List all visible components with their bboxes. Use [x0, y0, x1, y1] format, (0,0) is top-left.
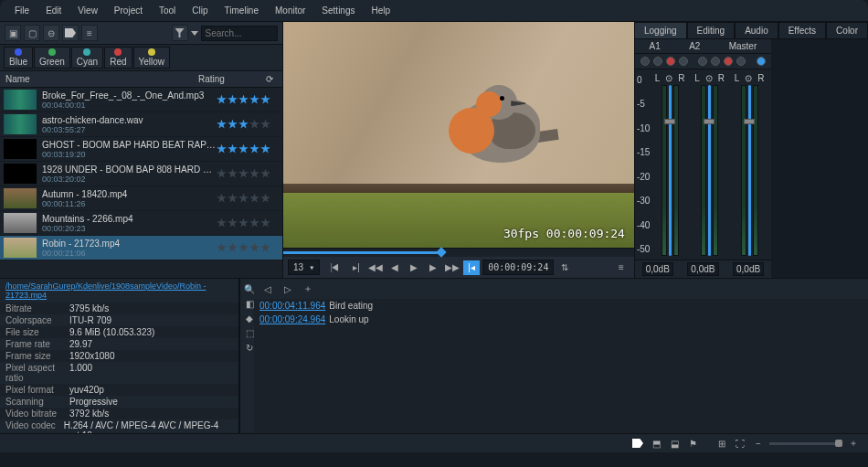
color-tag-green[interactable]: Green — [34, 47, 70, 69]
header-rating[interactable]: Rating — [198, 74, 262, 84]
sb-overwrite-icon[interactable]: ⬓ — [667, 437, 682, 450]
color-tag-blue[interactable]: Blue — [4, 47, 33, 69]
star-icon[interactable] — [217, 218, 227, 228]
transport-timecode[interactable]: 00:00:09:24 — [482, 260, 554, 275]
rewind-button[interactable]: ◀◀ — [367, 260, 384, 275]
color-tag-red[interactable]: Red — [104, 47, 132, 69]
play-button[interactable]: ▶ — [406, 260, 422, 275]
star-icon[interactable] — [238, 169, 249, 179]
mute-knob[interactable] — [640, 57, 650, 66]
star-icon[interactable] — [228, 169, 238, 179]
fader-a1[interactable] — [669, 85, 672, 256]
solo-knob[interactable] — [711, 57, 720, 66]
star-icon[interactable] — [249, 144, 259, 154]
prev-frame-button[interactable]: ◀ — [386, 260, 403, 275]
db-value[interactable]: 0,0dB — [687, 262, 718, 276]
tab-audio[interactable]: Audio — [735, 22, 778, 39]
star-icon[interactable] — [260, 218, 270, 228]
note-line[interactable]: 00:00:04:11.964Bird eating — [254, 299, 868, 313]
note-timecode[interactable]: 00:00:04:11.964 — [259, 301, 325, 311]
timecode-step-button[interactable]: ⇅ — [556, 260, 573, 275]
star-icon[interactable] — [238, 243, 249, 253]
star-icon[interactable] — [238, 218, 249, 228]
menu-file[interactable]: File — [7, 3, 37, 18]
note-timecode[interactable]: 00:00:09:24.964 — [259, 314, 325, 324]
header-refresh[interactable]: ⟳ — [262, 74, 277, 84]
star-icon[interactable] — [249, 243, 259, 253]
star-icon[interactable] — [238, 144, 249, 154]
mon-knob[interactable] — [736, 57, 746, 66]
star-icon[interactable] — [249, 194, 259, 204]
db-value[interactable]: 0,0dB — [733, 262, 764, 276]
star-icon[interactable] — [217, 194, 227, 204]
filter-button[interactable] — [172, 25, 188, 41]
star-icon[interactable] — [260, 144, 270, 154]
menu-monitor[interactable]: Monitor — [268, 3, 312, 18]
star-icon[interactable] — [228, 120, 238, 130]
star-icon[interactable] — [260, 194, 270, 204]
star-icon[interactable] — [260, 243, 270, 253]
tab-editing[interactable]: Editing — [687, 22, 736, 39]
scrub-bar[interactable] — [283, 248, 634, 257]
sb-grid-icon[interactable]: ⊞ — [715, 437, 729, 450]
clip-item[interactable]: Autumn - 18420.mp400:00:11:26 — [0, 186, 282, 211]
options-button[interactable]: ≡ — [613, 260, 630, 275]
master-mute-knob[interactable] — [757, 57, 766, 66]
prev-note-button[interactable]: ◁ — [259, 281, 276, 296]
tab-color[interactable]: Color — [826, 22, 868, 39]
sb-flag-icon[interactable]: ⚑ — [685, 437, 700, 450]
star-icon[interactable] — [249, 218, 259, 228]
zoom-slider[interactable] — [769, 442, 842, 445]
star-icon[interactable] — [260, 95, 270, 105]
delete-clip-button[interactable]: ⊖ — [43, 25, 59, 41]
sb-tag-icon[interactable] — [630, 437, 645, 450]
star-icon[interactable] — [260, 169, 270, 179]
set-in-button[interactable]: ▸| — [348, 260, 365, 275]
note-line[interactable]: 00:00:09:24.964Lookin up — [254, 313, 868, 326]
video-viewport[interactable]: 30fps 00:00:09:24 — [283, 22, 634, 248]
menu-view[interactable]: View — [70, 3, 105, 18]
fader-master[interactable] — [748, 85, 751, 256]
star-icon[interactable] — [228, 194, 238, 204]
menu-edit[interactable]: Edit — [38, 3, 69, 18]
set-out-button[interactable]: |◂ — [463, 260, 480, 275]
star-icon[interactable] — [260, 120, 270, 130]
star-icon[interactable] — [238, 95, 249, 105]
star-icon[interactable] — [238, 120, 249, 130]
fader-a2[interactable] — [708, 85, 711, 256]
solo-knob[interactable] — [653, 57, 662, 66]
add-clip-button[interactable]: ▣ — [5, 25, 21, 41]
star-icon[interactable] — [228, 144, 238, 154]
star-icon[interactable] — [228, 243, 238, 253]
clip-item[interactable]: Robin - 21723.mp400:00:21:06 — [0, 236, 282, 260]
clip-start-button[interactable]: ⎹◀ — [323, 260, 339, 275]
star-icon[interactable] — [249, 169, 259, 179]
filter-dropdown-icon[interactable] — [191, 31, 198, 36]
menu-button[interactable]: ≡ — [81, 25, 98, 41]
menu-help[interactable]: Help — [365, 3, 398, 18]
zoom-in-button[interactable]: ＋ — [846, 437, 861, 450]
star-icon[interactable] — [238, 194, 249, 204]
star-icon[interactable] — [217, 243, 227, 253]
next-frame-button[interactable]: ▶ — [425, 260, 441, 275]
star-icon[interactable] — [217, 120, 227, 130]
clip-item[interactable]: astro-chicken-dance.wav00:03:55:27 — [0, 112, 282, 137]
mon-knob[interactable] — [679, 57, 688, 66]
add-folder-button[interactable]: ▢ — [24, 25, 40, 41]
menu-timeline[interactable]: Timeline — [217, 3, 266, 18]
clip-item[interactable]: 1928 UNDER - BOOM BAP 808 HARD RAP BEAT … — [0, 162, 282, 186]
mute-knob[interactable] — [698, 57, 707, 66]
next-note-button[interactable]: ▷ — [280, 281, 296, 296]
tab-effects[interactable]: Effects — [778, 22, 826, 39]
speed-indicator[interactable]: 13 ▾ — [288, 260, 320, 275]
rec-knob[interactable] — [724, 57, 733, 66]
star-icon[interactable] — [217, 95, 227, 105]
clip-item[interactable]: Broke_For_Free_-_08_-_One_And.mp300:04:0… — [0, 88, 282, 112]
search-input[interactable] — [201, 26, 279, 41]
zoom-out-button[interactable]: − — [751, 437, 766, 450]
star-icon[interactable] — [228, 95, 238, 105]
star-icon[interactable] — [217, 144, 227, 154]
star-icon[interactable] — [228, 218, 238, 228]
sb-fit-icon[interactable]: ⛶ — [733, 437, 747, 450]
tab-logging[interactable]: Logging — [634, 22, 687, 39]
